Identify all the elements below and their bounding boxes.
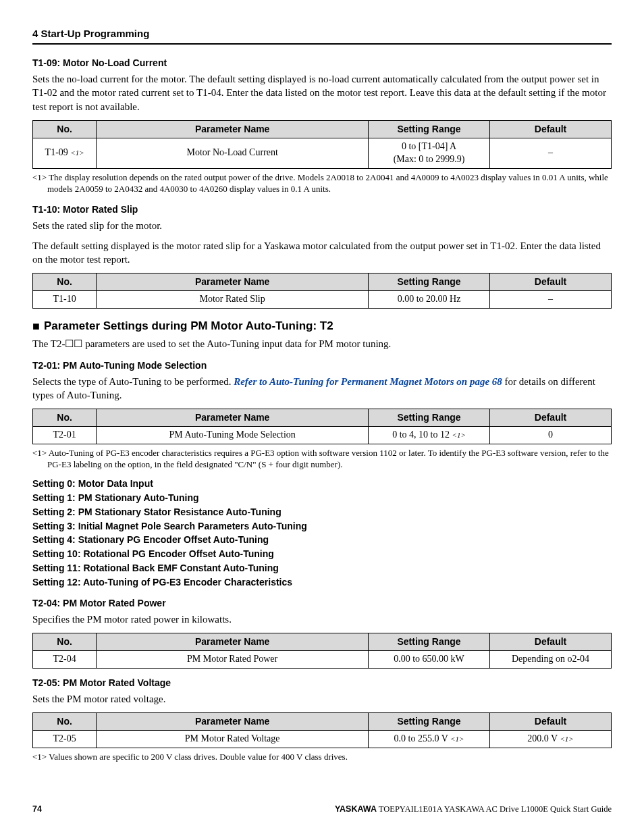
th-range: Setting Range [369,120,490,138]
setting-item: Setting 12: Auto-Tuning of PG-E3 Encoder… [32,576,612,589]
chapter-header: 4 Start-Up Programming [32,27,612,45]
table-row: T2-05 PM Motor Rated Voltage 0.0 to 255.… [33,730,612,748]
th-name: Parameter Name [97,120,369,138]
heading-t1-10: T1-10: Motor Rated Slip [32,203,612,216]
heading-t2-05: T2-05: PM Motor Rated Voltage [32,677,612,689]
table-row: T1-09 <1> Motor No-Load Current 0 to [T1… [33,138,612,168]
heading-t2-01: T2-01: PM Auto-Tuning Mode Selection [32,359,612,372]
table-t2-01: No. Parameter Name Setting Range Default… [32,409,612,444]
th-def: Default [490,120,612,138]
setting-item: Setting 4: Stationary PG Encoder Offset … [32,533,612,546]
desc-t1-10-b: The default setting displayed is the mot… [32,239,612,267]
heading-t2-04: T2-04: PM Motor Rated Power [32,597,612,610]
footnote-t2-05: <1> Values shown are specific to 200 V c… [47,751,612,763]
desc-t1-10-a: Sets the rated slip for the motor. [32,219,612,232]
desc-t1-09: Sets the no-load current for the motor. … [32,72,612,113]
table-row: T2-01 PM Auto-Tuning Mode Selection 0 to… [33,426,612,444]
square-bullet-icon: ■ [32,319,40,333]
desc-pm-intro: The T2-☐☐ parameters are used to set the… [32,337,612,350]
section-pm-autotuning: ■Parameter Settings during PM Motor Auto… [32,318,612,334]
settings-list: Setting 0: Motor Data Input Setting 1: P… [32,477,612,589]
desc-t2-01: Selects the type of Auto-Tuning to be pe… [32,375,612,402]
th-no: No. [33,120,97,138]
setting-item: Setting 1: PM Stationary Auto-Tuning [32,492,612,504]
setting-item: Setting 11: Rotational Back EMF Constant… [32,562,612,575]
table-row: T2-04 PM Motor Rated Power 0.00 to 650.0… [33,651,612,669]
link-autotuning-ref[interactable]: Refer to Auto-Tuning for Permanent Magne… [234,376,502,387]
footnote-t2-01: <1> Auto-Tuning of PG-E3 encoder charact… [47,447,612,471]
table-row: T1-10 Motor Rated Slip 0.00 to 20.00 Hz … [33,291,612,309]
desc-t2-04: Specifies the PM motor rated power in ki… [32,613,612,626]
heading-t1-09: T1-09: Motor No-Load Current [32,57,612,70]
setting-item: Setting 3: Initial Magnet Pole Search Pa… [32,520,612,533]
setting-item: Setting 0: Motor Data Input [32,477,612,490]
desc-t2-05: Sets the PM motor rated voltage. [32,692,612,706]
table-t2-04: No. Parameter Name Setting Range Default… [32,633,612,669]
table-t1-10: No. Parameter Name Setting Range Default… [32,273,612,309]
footnote-t1-09: <1> The display resolution depends on th… [47,172,612,195]
table-t2-05: No. Parameter Name Setting Range Default… [32,712,612,748]
setting-item: Setting 2: PM Stationary Stator Resistan… [32,506,612,519]
table-t1-09: No. Parameter Name Setting Range Default… [32,120,612,169]
setting-item: Setting 10: Rotational PG Encoder Offset… [32,548,612,561]
